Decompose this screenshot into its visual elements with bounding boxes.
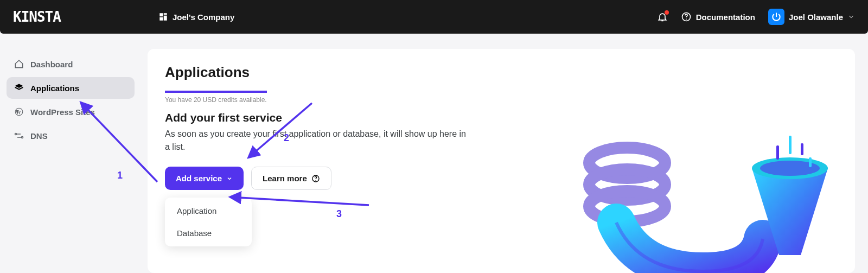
learn-more-label: Learn more bbox=[263, 174, 307, 183]
svg-point-9 bbox=[760, 161, 820, 176]
sidebar-item-dns[interactable]: DNS bbox=[7, 125, 135, 147]
annotation-3: 3 bbox=[336, 208, 342, 220]
sidebar-item-label: Applications bbox=[30, 84, 79, 93]
annotation-1: 1 bbox=[117, 170, 123, 181]
home-icon bbox=[14, 59, 24, 69]
topbar: KINSTA Joel's Company Documentation Joel… bbox=[0, 0, 868, 34]
svg-point-1 bbox=[686, 18, 687, 20]
sidebar-item-label: DNS bbox=[30, 131, 48, 141]
dropdown-item-database[interactable]: Database bbox=[165, 222, 252, 244]
company-label: Joel's Company bbox=[173, 12, 234, 22]
sidebar-item-applications[interactable]: Applications bbox=[7, 77, 135, 99]
brand-logo: KINSTA bbox=[13, 9, 61, 25]
illustration bbox=[562, 130, 855, 273]
svg-rect-10 bbox=[776, 145, 779, 160]
main-panel: Applications You have 20 USD credits ava… bbox=[148, 49, 855, 273]
annotation-2: 2 bbox=[284, 132, 289, 144]
svg-point-8 bbox=[752, 157, 828, 179]
dropdown-item-application[interactable]: Application bbox=[165, 200, 252, 222]
wordpress-icon bbox=[14, 107, 24, 117]
svg-rect-11 bbox=[789, 136, 792, 154]
credit-note: You have 20 USD credits available. bbox=[165, 91, 267, 104]
sidebar-item-dashboard[interactable]: Dashboard bbox=[7, 53, 135, 75]
company-icon bbox=[158, 12, 168, 22]
add-service-dropdown: Application Database bbox=[165, 198, 252, 246]
section-desc: As soon as you create your first applica… bbox=[165, 128, 469, 154]
company-selector[interactable]: Joel's Company bbox=[158, 12, 234, 22]
power-icon bbox=[771, 11, 782, 22]
help-icon bbox=[681, 11, 692, 22]
learn-more-button[interactable]: Learn more bbox=[251, 167, 331, 190]
svg-rect-12 bbox=[801, 143, 803, 155]
notifications-button[interactable] bbox=[657, 11, 668, 22]
svg-point-7 bbox=[589, 191, 665, 221]
page-title: Applications bbox=[165, 64, 480, 81]
dns-icon bbox=[14, 131, 24, 141]
svg-point-5 bbox=[589, 148, 665, 178]
layers-icon bbox=[14, 83, 24, 93]
sidebar: Dashboard Applications WordPress Sites D… bbox=[0, 34, 141, 273]
svg-point-6 bbox=[589, 169, 665, 200]
add-service-button[interactable]: Add service bbox=[165, 167, 244, 190]
sidebar-item-label: Dashboard bbox=[30, 60, 73, 69]
svg-rect-13 bbox=[809, 157, 812, 167]
svg-point-4 bbox=[315, 180, 316, 180]
chevron-down-icon bbox=[226, 175, 233, 182]
documentation-link[interactable]: Documentation bbox=[681, 11, 755, 22]
chevron-down-icon bbox=[847, 13, 855, 21]
avatar bbox=[768, 9, 784, 25]
sidebar-item-label: WordPress Sites bbox=[30, 107, 95, 117]
user-name: Joel Olawanle bbox=[789, 12, 843, 22]
add-service-label: Add service bbox=[176, 174, 222, 183]
documentation-label: Documentation bbox=[696, 12, 755, 22]
notification-dot bbox=[665, 10, 669, 15]
section-title: Add your first service bbox=[165, 111, 480, 124]
help-icon bbox=[311, 174, 320, 183]
user-menu[interactable]: Joel Olawanle bbox=[768, 9, 855, 25]
sidebar-item-wordpress-sites[interactable]: WordPress Sites bbox=[7, 101, 135, 123]
